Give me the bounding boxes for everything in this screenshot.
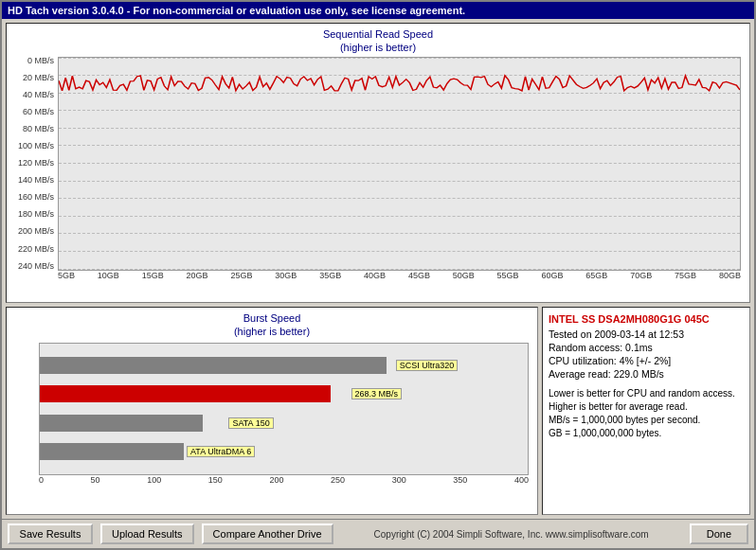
title-bar: HD Tach version 3.0.4.0 - For non-commer…: [2, 2, 754, 19]
x-axis-label: 80GB: [719, 271, 741, 280]
y-axis-label: 160 MB/s: [10, 193, 56, 202]
burst-x-label: 0: [39, 475, 44, 485]
info-line: Tested on 2009-03-14 at 12:53: [549, 328, 744, 340]
y-axis-label: 120 MB/s: [10, 159, 56, 168]
main-content: Sequential Read Speed (higher is better)…: [2, 19, 754, 519]
y-axis-label: 180 MB/s: [10, 210, 56, 219]
x-axis-label: 5GB: [58, 271, 75, 280]
info-panel: INTEL SS DSA2MH080G1G 045C Tested on 200…: [542, 307, 750, 515]
burst-bar-container: SCSI Ultra320268.3 MB/sSATA 150ATA Ultra…: [40, 344, 528, 474]
burst-x-label: 300: [392, 475, 406, 485]
read-speed-line: [59, 58, 740, 270]
info-line: Random access: 0.1ms: [549, 342, 744, 353]
x-axis-label: 75GB: [675, 271, 696, 280]
y-axis-label: 100 MB/s: [10, 142, 56, 151]
toolbar: Save Results Upload Results Compare Anot…: [2, 519, 754, 548]
x-axis-label: 35GB: [319, 271, 341, 280]
info-line: CPU utilization: 4% [+/- 2%]: [549, 355, 744, 366]
compare-drive-button[interactable]: Compare Another Drive: [202, 523, 333, 544]
done-button[interactable]: Done: [690, 523, 748, 544]
burst-bar-row: ATA UltraDMA 6: [40, 441, 528, 462]
burst-x-label: 200: [269, 475, 283, 485]
y-axis-label: 40 MB/s: [10, 91, 56, 99]
burst-bars-area: SCSI Ultra320268.3 MB/sSATA 150ATA Ultra…: [10, 343, 533, 494]
y-axis-labels: 240 MB/s220 MB/s200 MB/s180 MB/s160 MB/s…: [10, 57, 56, 271]
save-results-button[interactable]: Save Results: [8, 523, 93, 544]
burst-x-label: 350: [453, 475, 467, 485]
x-axis-label: 65GB: [585, 271, 607, 280]
y-axis-label: 220 MB/s: [10, 245, 56, 254]
info-line: Average read: 229.0 MB/s: [549, 368, 744, 380]
x-axis-label: 40GB: [364, 271, 386, 280]
burst-bar-row: SATA 150: [40, 413, 528, 434]
copyright-text: Copyright (C) 2004 Simpli Software, Inc.…: [341, 529, 682, 540]
y-axis-label: 240 MB/s: [10, 262, 56, 271]
seq-chart-title: Sequential Read Speed (higher is better): [10, 27, 746, 55]
x-axis-label: 45GB: [408, 271, 430, 280]
x-axis-label: 50GB: [453, 271, 475, 280]
x-axis-label: 30GB: [275, 271, 297, 280]
info-notes: Lower is better for CPU and random acces…: [549, 387, 744, 440]
burst-chart-title: Burst Speed (higher is better): [10, 311, 533, 339]
x-axis-label: 55GB: [497, 271, 519, 280]
burst-bar-label: 268.3 MB/s: [351, 388, 403, 399]
y-axis-label: 20 MB/s: [10, 74, 56, 82]
burst-x-label: 150: [208, 475, 223, 485]
burst-x-label: 100: [147, 475, 161, 485]
burst-x-label: 50: [91, 475, 100, 485]
upload-results-button[interactable]: Upload Results: [100, 523, 194, 544]
burst-bar-label: ATA UltraDMA 6: [187, 446, 255, 457]
burst-x-label: 400: [514, 475, 529, 485]
bottom-section: Burst Speed (higher is better) SCSI Ultr…: [6, 307, 750, 515]
window-title: HD Tach version 3.0.4.0 - For non-commer…: [8, 5, 465, 16]
burst-bar-row: SCSI Ultra320: [40, 355, 528, 376]
info-note: Higher is better for average read.: [549, 400, 744, 414]
info-lines: Tested on 2009-03-14 at 12:53Random acce…: [549, 328, 744, 380]
y-axis-label: 60 MB/s: [10, 108, 56, 116]
x-axis-label: 15GB: [142, 271, 164, 280]
y-axis-label: 80 MB/s: [10, 125, 56, 133]
burst-bar: 268.3 MB/s: [40, 385, 331, 402]
burst-bar-label: SCSI Ultra320: [396, 360, 459, 371]
info-note: MB/s = 1,000,000 bytes per second.: [549, 414, 744, 427]
x-axis-label: 60GB: [541, 271, 563, 280]
x-axis-label: 10GB: [98, 271, 119, 280]
x-axis-label: 20GB: [187, 271, 208, 280]
burst-x-labels: 050100150200250300350400: [39, 475, 529, 494]
burst-bar: ATA UltraDMA 6: [40, 443, 184, 460]
sequential-chart: Sequential Read Speed (higher is better)…: [6, 23, 750, 303]
y-axis-label: 0 MB/s: [10, 57, 56, 65]
info-note: GB = 1,000,000,000 bytes.: [549, 427, 744, 440]
x-axis-label: 25GB: [230, 271, 252, 280]
burst-bar-row: 268.3 MB/s: [40, 383, 528, 404]
y-axis-label: 140 MB/s: [10, 176, 56, 185]
burst-bar: SCSI Ultra320: [40, 357, 387, 374]
x-axis-label: 70GB: [630, 271, 652, 280]
burst-bar: SATA 150: [40, 415, 203, 432]
burst-x-label: 250: [331, 475, 345, 485]
seq-chart-area: 240 MB/s220 MB/s200 MB/s180 MB/s160 MB/s…: [10, 57, 746, 290]
main-window: HD Tach version 3.0.4.0 - For non-commer…: [0, 0, 756, 550]
drive-name: INTEL SS DSA2MH080G1G 045C: [549, 313, 744, 325]
burst-bar-label: SATA 150: [228, 417, 273, 429]
seq-chart-inner: [58, 57, 741, 271]
y-axis-label: 200 MB/s: [10, 227, 56, 236]
burst-chart: Burst Speed (higher is better) SCSI Ultr…: [6, 307, 538, 515]
x-axis-labels: 5GB10GB15GB20GB25GB30GB35GB40GB45GB50GB5…: [58, 271, 741, 290]
burst-inner: SCSI Ultra320268.3 MB/sSATA 150ATA Ultra…: [39, 343, 529, 475]
info-note: Lower is better for CPU and random acces…: [549, 387, 744, 400]
